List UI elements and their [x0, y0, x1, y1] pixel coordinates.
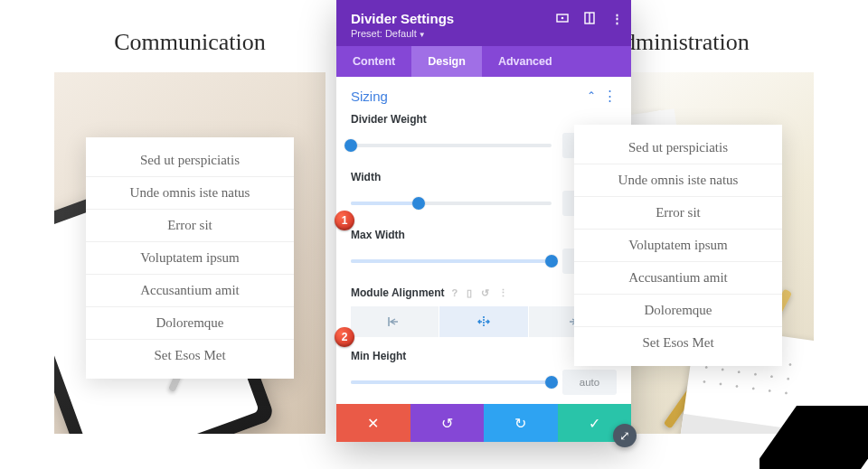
annotation-step-1: 1: [335, 211, 354, 230]
list-item: Unde omnis iste natus: [574, 164, 782, 197]
value-min-height[interactable]: auto: [562, 370, 617, 395]
undo-button[interactable]: ↺: [410, 404, 485, 442]
column-title-left: Communication: [54, 0, 326, 72]
help-icon[interactable]: [582, 11, 597, 25]
list-item: Error sit: [86, 210, 294, 242]
resize-handle[interactable]: ⤢: [613, 424, 637, 447]
slider-width[interactable]: [351, 202, 552, 205]
list-item: Unde omnis iste natus: [86, 177, 294, 210]
list-item: Set Esos Met: [86, 340, 294, 371]
list-item: Set Esos Met: [574, 327, 782, 359]
list-item: Accusantium amit: [86, 275, 294, 307]
section-title: Sizing: [351, 89, 388, 104]
list-item: Accusantium amit: [574, 262, 782, 295]
collapse-icon[interactable]: ⌃: [587, 89, 596, 102]
list-item: Sed ut perspiciatis: [86, 145, 294, 177]
reset-icon[interactable]: ↺: [481, 287, 489, 299]
align-left-button[interactable]: [351, 306, 439, 337]
slider-max-width[interactable]: [351, 259, 552, 263]
responsive-preview-icon[interactable]: [555, 11, 570, 25]
list-card-right: Sed ut perspiciatis Unde omnis iste natu…: [574, 125, 782, 366]
list-card-left: Sed ut perspiciatis Unde omnis iste natu…: [86, 137, 294, 379]
slider-divider-weight[interactable]: [351, 144, 552, 147]
tab-advanced[interactable]: Advanced: [482, 46, 569, 77]
modal-footer: ✕ ↺ ↻ ✓: [336, 404, 631, 442]
slider-min-height[interactable]: [351, 380, 552, 384]
preset-selector[interactable]: Preset: Default▼: [351, 28, 617, 39]
responsive-phone-icon[interactable]: ▯: [467, 287, 472, 299]
modal-header[interactable]: Divider Settings Preset: Default▼ ⋮: [336, 0, 631, 46]
align-center-button[interactable]: [439, 306, 528, 337]
annotation-step-2: 2: [335, 327, 354, 347]
cancel-button[interactable]: ✕: [336, 404, 410, 442]
section-kebab-icon[interactable]: ⋮: [603, 88, 617, 104]
list-item: Error sit: [574, 197, 782, 230]
corner-chevron: [760, 406, 868, 469]
modal-tabs: Content Design Advanced: [336, 46, 631, 77]
list-item: Doloremque: [574, 295, 782, 327]
chevron-down-icon: ▼: [419, 31, 426, 39]
list-item: Sed ut perspiciatis: [574, 132, 782, 164]
photo-left: Sed ut perspiciatis Unde omnis iste natu…: [54, 72, 326, 434]
column-communication: Communication Sed ut perspiciatis Unde o…: [54, 0, 326, 469]
tab-design[interactable]: Design: [411, 46, 482, 77]
svg-point-1: [561, 17, 564, 20]
redo-button[interactable]: ↻: [484, 404, 558, 442]
tab-content[interactable]: Content: [336, 46, 411, 77]
section-sizing-header[interactable]: Sizing ⌃ ⋮: [351, 88, 617, 104]
slider-thumb[interactable]: [545, 255, 558, 267]
kebab-menu-icon[interactable]: ⋮: [609, 11, 624, 25]
help-hint-icon[interactable]: ?: [452, 287, 458, 299]
field-kebab-icon[interactable]: ⋮: [498, 287, 508, 299]
slider-thumb[interactable]: [545, 376, 558, 389]
list-item: Voluptatem ipsum: [574, 230, 782, 262]
list-item: Voluptatem ipsum: [86, 242, 294, 275]
label-module-alignment: Module Alignment: [351, 286, 445, 299]
slider-thumb[interactable]: [412, 197, 425, 210]
slider-thumb[interactable]: [344, 139, 357, 152]
list-item: Doloremque: [86, 307, 294, 340]
